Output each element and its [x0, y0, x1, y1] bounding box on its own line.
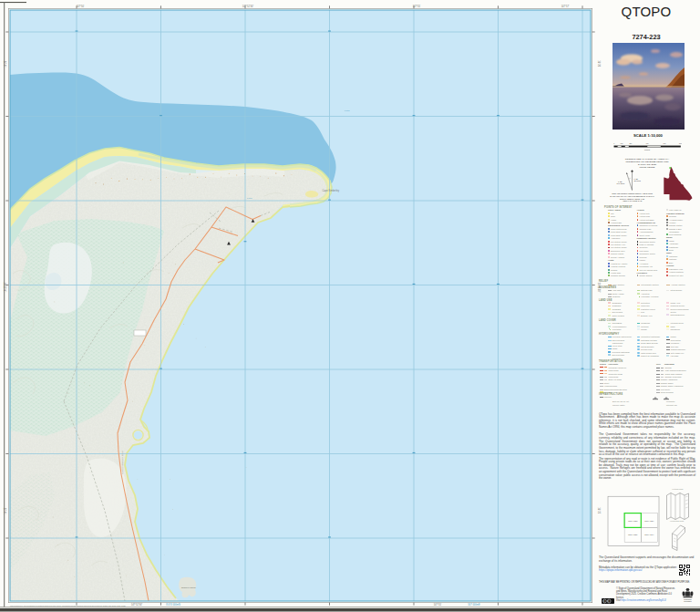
- svg-text:8 077: 8 077: [247, 197, 252, 199]
- svg-text:140 MILS: 140 MILS: [617, 182, 625, 184]
- svg-text:8 078: 8 078: [345, 109, 350, 111]
- svg-text:16°22'30": 16°22'30": [4, 282, 7, 292]
- svg-text:CAPE KIMBERLEY ROAD: CAPE KIMBERLEY ROAD: [121, 451, 123, 474]
- svg-text:7274-223: 7274-223: [628, 520, 638, 523]
- svg-text:600: 600: [664, 141, 666, 143]
- svg-text:147°52'30": 147°52'30": [131, 603, 143, 607]
- svg-text:800: 800: [679, 141, 682, 143]
- svg-text:147°55': 147°55': [413, 5, 421, 8]
- svg-text:Snapper Island: Snapper Island: [181, 586, 196, 588]
- svg-text:147°52'30": 147°52'30": [242, 5, 254, 8]
- svg-text:400: 400: [646, 141, 649, 143]
- svg-text:200: 200: [629, 141, 632, 143]
- svg-text:100: 100: [621, 141, 623, 143]
- svg-text:7274-221: 7274-221: [628, 534, 638, 536]
- svg-text:GRID AND TRUE/MAGNETIC NORTH A: GRID AND TRUE/MAGNETIC NORTH ARE SHOWN: [612, 192, 653, 194]
- svg-text:38 MILS: 38 MILS: [634, 180, 642, 182]
- svg-text:Metres: Metres: [644, 149, 650, 150]
- svg-text:Government: Government: [684, 600, 692, 602]
- svg-text:8 074 000mN: 8 074 000mN: [166, 603, 180, 607]
- svg-text:147°57': 147°57': [561, 5, 570, 8]
- svg-text:147°50': 147°50': [77, 5, 85, 8]
- svg-text:GRID MAGNETIC ANGLE: 7°52': GRID MAGNETIC ANGLE: 7°52': [620, 198, 645, 200]
- svg-text:16°20': 16°20': [4, 60, 7, 67]
- svg-text:7274-214: 7274-214: [644, 534, 654, 536]
- svg-text:7274-224: 7274-224: [644, 520, 654, 523]
- svg-text:147°55': 147°55': [434, 603, 442, 607]
- svg-text:0: 0: [613, 141, 614, 143]
- svg-text:16°25': 16°25': [4, 507, 7, 514]
- svg-text:DIAGRAMMATICALLY FOR THE CENTR: DIAGRAMMATICALLY FOR THE CENTRE OF THIS …: [610, 195, 654, 197]
- svg-text:347 000mE: 347 000mE: [468, 603, 480, 607]
- svg-text:ANNUAL CHANGE: 2.4'E: ANNUAL CHANGE: 2.4'E: [623, 200, 643, 202]
- svg-text:Cape Kimberley: Cape Kimberley: [323, 189, 340, 192]
